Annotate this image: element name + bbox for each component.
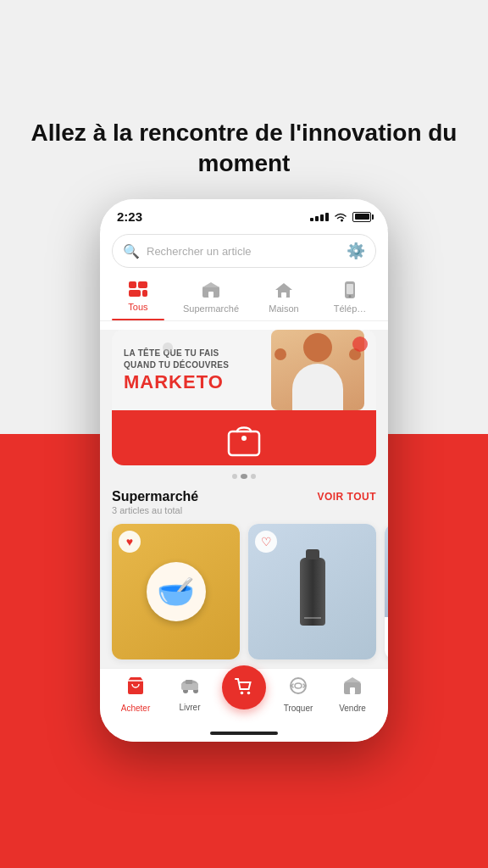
section-header: Supermarché 3 articles au total VOIR TOU…	[100, 486, 388, 519]
hero-small-text: LA TÊTE QUE TU FAIS QUAND TU DÉCOUVRES	[124, 348, 271, 371]
nav-livrer-label: Livrer	[179, 703, 200, 712]
tab-maison-icon	[274, 281, 293, 301]
voir-tout-button[interactable]: VOIR TOUT	[317, 489, 376, 503]
hero-text: LA TÊTE QUE TU FAIS QUAND TU DÉCOUVRES M…	[124, 348, 271, 393]
tab-tele[interactable]: Télép…	[317, 276, 383, 320]
svg-rect-0	[129, 281, 136, 288]
signal-icon	[310, 213, 329, 221]
page-headline: Allez à la rencontre de l'innovation du …	[0, 118, 488, 180]
status-icons	[310, 212, 371, 222]
wishlist-button-cereal[interactable]: ♥	[119, 531, 141, 553]
hero-top: LA TÊTE QUE TU FAIS QUAND TU DÉCOUVRES M…	[112, 330, 376, 410]
nav-acheter[interactable]: Acheter	[108, 676, 163, 713]
search-icon: 🔍	[123, 243, 140, 259]
wifi-icon	[334, 212, 347, 222]
section-title-group: Supermarché 3 articles au total	[112, 489, 198, 515]
nav-cart-center	[217, 679, 271, 709]
svg-rect-1	[138, 281, 147, 288]
svg-point-11	[349, 295, 352, 298]
settings-icon[interactable]: ⚙️	[347, 242, 365, 260]
product-card-cereal[interactable]: 🥣 ♥ Super céréales 1 000 FCFA ACHETER	[112, 524, 240, 659]
tab-supermarche-icon	[202, 281, 220, 301]
svg-point-13	[241, 436, 247, 441]
svg-rect-12	[229, 431, 259, 455]
tab-tous-icon	[129, 281, 147, 299]
product-image-cereal: 🥣 ♥	[112, 524, 240, 659]
svg-rect-25	[350, 687, 355, 694]
home-indicator	[100, 726, 388, 742]
svg-rect-19	[186, 680, 192, 684]
svg-rect-2	[129, 290, 141, 297]
bottom-nav: Acheter Livrer	[100, 668, 388, 726]
section-title: Supermarché	[112, 489, 198, 504]
nav-troquer[interactable]: Troquer	[271, 676, 325, 713]
dot-2	[241, 474, 247, 479]
svg-rect-18	[181, 683, 198, 690]
tab-maison-label: Maison	[269, 303, 298, 314]
hero-banner[interactable]: LA TÊTE QUE TU FAIS QUAND TU DÉCOUVRES M…	[112, 330, 376, 465]
status-time: 2:23	[117, 209, 142, 224]
bottle-shape-icon	[300, 558, 325, 626]
hero-brand: MARKETO	[124, 371, 271, 393]
product-card-bottle[interactable]: ♡ Eau Karl Kohler 1 000 FCFA ACHETER	[248, 524, 376, 659]
nav-troquer-icon	[288, 676, 308, 701]
products-row: 🥣 ♥ Super céréales 1 000 FCFA ACHETER ♡	[100, 519, 388, 668]
dot-3	[251, 474, 256, 479]
tab-supermarche-label: Supermarché	[183, 303, 239, 314]
svg-marker-24	[344, 677, 361, 682]
battery-icon	[352, 212, 371, 222]
home-bar	[210, 732, 278, 735]
hero-bottom	[112, 410, 376, 465]
cereal-bowl-icon: 🥣	[147, 562, 206, 621]
category-tabs: Tous Supermarché	[100, 276, 388, 321]
nav-acheter-icon	[125, 676, 146, 701]
hero-person-image	[271, 330, 364, 410]
banner-dots	[100, 474, 388, 479]
svg-rect-6	[208, 292, 214, 298]
svg-point-21	[247, 692, 251, 695]
tab-tous-label: Tous	[128, 302, 147, 312]
tab-tele-icon	[342, 281, 358, 301]
wishlist-button-bottle[interactable]: ♡	[255, 531, 277, 553]
product-image-bottle: ♡	[248, 524, 376, 659]
tab-tous[interactable]: Tous	[105, 276, 171, 320]
nav-troquer-label: Troquer	[284, 704, 313, 713]
app-content: LA TÊTE QUE TU FAIS QUAND TU DÉCOUVRES M…	[100, 330, 388, 668]
status-bar: 2:23	[100, 199, 388, 229]
section-subtitle: 3 articles au total	[112, 505, 198, 515]
nav-livrer-icon	[179, 676, 201, 700]
tab-tele-label: Télép…	[334, 303, 367, 314]
nav-acheter-label: Acheter	[121, 704, 150, 713]
hero-decoration-1	[352, 337, 368, 352]
svg-point-22	[291, 678, 306, 693]
svg-point-20	[241, 692, 244, 695]
nav-livrer[interactable]: Livrer	[163, 676, 217, 712]
nav-vendre[interactable]: Vendre	[325, 676, 380, 713]
search-bar[interactable]: 🔍 Rechercher un article ⚙️	[112, 234, 376, 268]
tab-supermarche[interactable]: Supermarché	[171, 276, 251, 320]
nav-vendre-icon	[342, 676, 363, 701]
marketo-bag-icon	[225, 420, 263, 457]
tab-maison[interactable]: Maison	[251, 276, 317, 320]
product-card-partial: ♡	[385, 524, 388, 659]
search-placeholder: Rechercher un article	[147, 245, 340, 258]
dot-1	[232, 474, 237, 479]
nav-vendre-label: Vendre	[339, 704, 366, 713]
svg-rect-8	[281, 292, 286, 298]
svg-marker-5	[202, 282, 219, 287]
phone-frame: 2:23 🔍 Recherch	[100, 199, 388, 742]
nav-cart-fab[interactable]	[222, 665, 266, 709]
svg-rect-10	[347, 284, 353, 294]
svg-rect-3	[142, 290, 147, 297]
